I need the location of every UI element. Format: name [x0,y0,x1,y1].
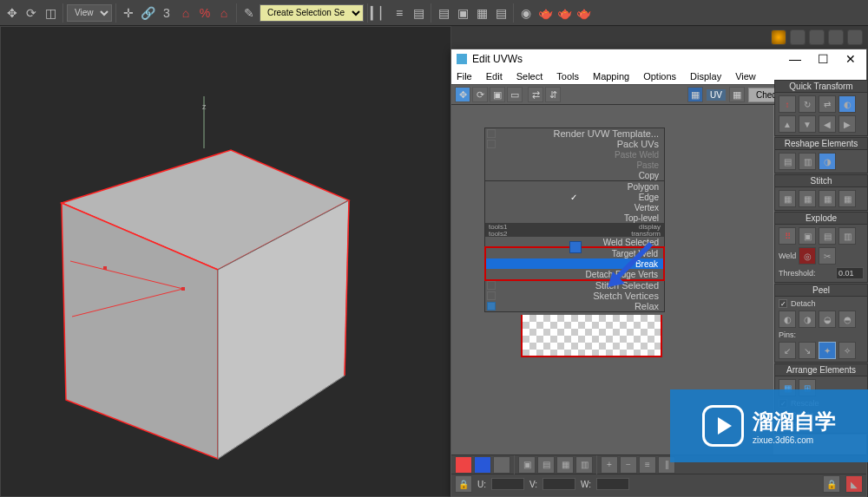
curve-editor-icon[interactable]: ▤ [435,4,452,22]
stitch-a-icon[interactable]: ▦ [779,190,796,207]
menu-file[interactable]: File [457,71,472,82]
ctx-polygon[interactable]: Polygon [485,181,664,192]
snap-percent-icon[interactable]: % [196,4,214,22]
grow-icon[interactable]: ▦ [556,456,574,474]
viewport[interactable]: z [0,26,451,497]
axis-icon[interactable]: ✛ [120,4,137,22]
ctx-pack[interactable]: Pack UVs [496,139,659,149]
minimize-button[interactable]: — [785,52,806,66]
plus-icon[interactable]: + [601,456,618,474]
lock-icon[interactable]: 🔒 [455,475,472,493]
detach-checkbox[interactable]: Detach [779,299,864,308]
menu-view[interactable]: View [735,71,756,82]
named-sel-icon[interactable]: ✎ [240,4,258,22]
snap-spinner-icon[interactable]: ⌂ [215,4,233,22]
qt-c-icon[interactable]: ◀ [819,115,836,133]
explode-c-icon[interactable]: ▤ [819,227,836,245]
weld-target-icon[interactable]: ◎ [799,247,816,265]
unlink-icon[interactable]: 3 [158,4,175,22]
menu-tools[interactable]: Tools [556,71,579,82]
v-input[interactable] [542,478,575,490]
globe-icon[interactable] [790,29,806,45]
mirror-v-tool-icon[interactable]: ⇵ [545,87,561,102]
close-button[interactable]: ✕ [840,52,861,66]
render-frame-icon[interactable]: ◉ [517,4,535,22]
ctx-detach[interactable]: Detach Edge Verts [486,269,663,279]
render-setup-icon[interactable]: ▤ [492,4,510,22]
qt-rot-icon[interactable]: ↻ [799,95,816,113]
qt-fit-icon[interactable]: ◐ [838,95,856,113]
stitch-b-icon[interactable]: ▦ [799,190,816,207]
threshold-input[interactable] [836,267,864,279]
qt-align-icon[interactable]: ↕ [779,95,796,113]
teapot1-icon[interactable]: 🫖 [536,4,554,22]
peel-d-icon[interactable]: ◓ [838,311,856,328]
explode-b-icon[interactable]: ▣ [799,227,816,245]
weld-break-icon[interactable]: ✂ [819,247,836,265]
move-tool-icon[interactable]: ✥ [455,87,470,102]
shrink-icon[interactable]: ▥ [575,456,593,474]
stitch-d-icon[interactable]: ▦ [838,190,856,207]
ring-icon[interactable]: ≡ [639,456,656,474]
link-icon[interactable]: 🔗 [139,4,156,22]
stitch-c-icon[interactable]: ▦ [819,190,836,207]
ctx-break[interactable]: Break [486,258,663,269]
menu-options[interactable]: Options [643,71,676,82]
ctx-toplevel[interactable]: Top-level [485,213,664,223]
options-icon[interactable]: ◣ [845,475,863,493]
menu-mapping[interactable]: Mapping [593,71,629,82]
sun-icon[interactable] [771,29,786,45]
qt-flip-icon[interactable]: ⇄ [819,95,836,113]
rotate-icon[interactable]: ⟳ [23,4,40,22]
ctx-sketch[interactable]: Sketch Vertices [496,291,659,301]
reshape-a-icon[interactable]: ▤ [779,153,796,170]
reshape-b-icon[interactable]: ▥ [799,153,816,170]
peel-a-icon[interactable]: ◐ [779,311,796,328]
ctx-render-template[interactable]: Render UVW Template... [496,128,659,139]
channel-icon[interactable]: ▦ [729,87,745,102]
select-by-icon[interactable]: ▤ [537,456,555,474]
teapot2-icon[interactable]: 🫖 [556,4,573,22]
maximize-button[interactable]: ☐ [812,52,833,66]
scale-tool-icon[interactable]: ▣ [490,87,505,102]
ctx-copy[interactable]: Copy [485,170,664,180]
peel-b-icon[interactable]: ◑ [799,311,816,328]
menu-edit[interactable]: Edit [486,71,503,82]
face-mode-icon[interactable] [493,456,510,474]
qt-d-icon[interactable]: ▶ [838,115,856,133]
menu-display[interactable]: Display [690,71,721,82]
lock2-icon[interactable]: 🔒 [823,475,840,493]
move-icon[interactable]: ✥ [3,4,21,22]
pin-a-icon[interactable]: ↙ [779,342,796,359]
explode-a-icon[interactable]: ⠿ [779,227,796,245]
rotate-tool-icon[interactable]: ⟳ [472,87,488,102]
snap-angle-icon[interactable]: ⌂ [177,4,194,22]
pin-c-icon[interactable]: ✦ [819,342,836,359]
reshape-c-icon[interactable]: ◑ [819,153,836,170]
selection-set-dropdown[interactable]: Create Selection Se [260,4,364,22]
edge-mode-icon[interactable] [474,456,491,474]
ctx-vertex[interactable]: Vertex [485,202,664,213]
peel-c-icon[interactable]: ◒ [819,311,836,328]
person-icon[interactable] [809,29,825,45]
pin-b-icon[interactable]: ↘ [799,342,816,359]
menu-select[interactable]: Select [516,71,543,82]
freeform-tool-icon[interactable]: ▭ [507,87,523,102]
ctx-stitch[interactable]: Stitch Selected [496,280,659,291]
teapot3-icon[interactable]: 🫖 [575,4,592,22]
qt-b-icon[interactable]: ▼ [799,115,816,133]
mirror-icon[interactable]: ▎▏ [372,4,389,22]
ctx-edge[interactable]: ✓Edge [485,192,664,202]
scale-icon[interactable]: ◫ [42,4,59,22]
mirror-tool-icon[interactable]: ⇄ [528,87,543,102]
vertex-mode-icon[interactable] [455,456,472,474]
shield-icon[interactable] [828,29,844,45]
layers-icon[interactable]: ▤ [410,4,427,22]
view-dropdown[interactable]: View [67,4,112,22]
align-icon[interactable]: ≡ [391,4,408,22]
u-input[interactable] [491,478,524,490]
ctx-relax[interactable]: Relax [496,301,659,311]
schematic-icon[interactable]: ▣ [454,4,471,22]
explode-d-icon[interactable]: ▥ [838,227,856,245]
w-input[interactable] [596,478,629,490]
